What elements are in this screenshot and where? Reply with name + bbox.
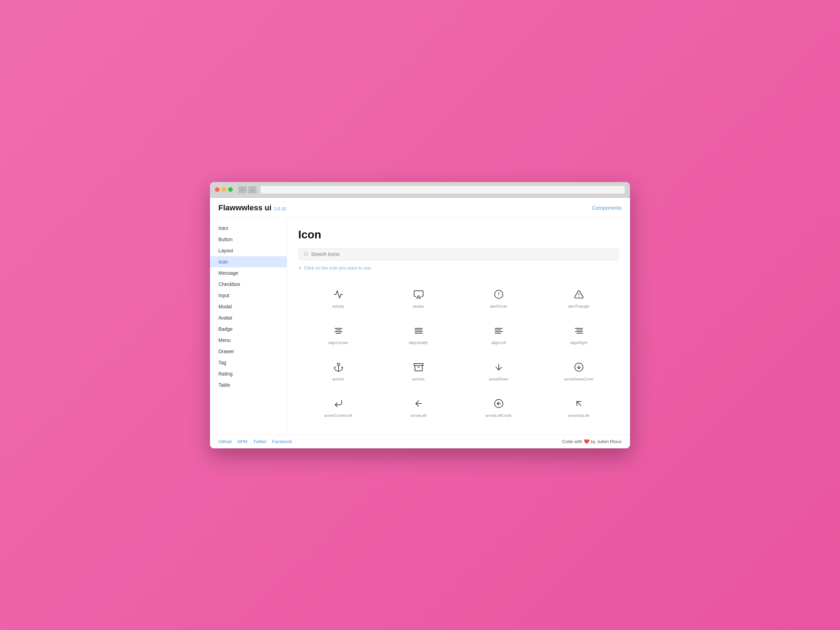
arrowDownCircle-icon — [573, 362, 584, 373]
app-header: Flawwwless ui 2.0.10 Components — [210, 198, 630, 218]
icon-cell-arrowLeftCircle[interactable]: arrowLeftCircle — [458, 388, 538, 425]
icon-cell-alignLeft[interactable]: alignLeft — [458, 315, 538, 352]
icon-label-arrowLeft: arrowLeft — [411, 413, 427, 418]
footer-link-twitter[interactable]: Twitter — [253, 439, 266, 444]
sidebar-item-icon[interactable]: Icon — [210, 256, 287, 267]
browser-window: ‹ › Flawwwless ui 2.0.10 Components Intr… — [210, 182, 630, 448]
icon-label-anchor: anchor — [333, 377, 344, 381]
icon-cell-alertCircle[interactable]: alertCircle — [458, 279, 538, 315]
arrowLeftCircle-icon — [493, 398, 504, 409]
arrowUpLeft-icon — [573, 398, 584, 409]
icon-label-alignLeft: alignLeft — [491, 341, 506, 345]
svg-point-24 — [337, 363, 339, 365]
sidebar-item-badge[interactable]: Badge — [210, 324, 287, 335]
components-link[interactable]: Components — [592, 205, 622, 211]
icon-label-arrowDown: arrowDown — [489, 377, 508, 381]
icon-cell-alignJustify[interactable]: alignJustify — [378, 315, 458, 352]
alignJustify-icon — [413, 325, 424, 336]
airplay-icon — [413, 289, 424, 300]
icon-label-alertCircle: alertCircle — [490, 304, 507, 308]
icon-label-alignCenter: alignCenter — [328, 341, 348, 345]
sidebar-item-rating[interactable]: Rating — [210, 368, 287, 379]
app-footer: GithubNPMTwitterFacebook Code with ❤️ by… — [210, 434, 630, 448]
icons-grid: activityairplayalertCirclealertTrianglea… — [298, 279, 619, 425]
icon-cell-arrowCornerLeft[interactable]: arrowCornerLeft — [298, 388, 378, 425]
nav-buttons: ‹ › — [238, 186, 257, 193]
icon-cell-alignRight[interactable]: alignRight — [538, 315, 619, 352]
search-input[interactable] — [311, 251, 614, 257]
icon-label-airplay: airplay — [413, 304, 424, 308]
footer-link-github[interactable]: Github — [218, 439, 232, 444]
sidebar-item-modal[interactable]: Modal — [210, 301, 287, 312]
footer-link-npm[interactable]: NPM — [237, 439, 248, 444]
sidebar-item-checkbox[interactable]: Checkbox — [210, 279, 287, 290]
hint-text: ↳ Click on the icon you want to use: — [298, 265, 619, 270]
icon-cell-activity[interactable]: activity — [298, 279, 378, 315]
icon-label-alertTriangle: alertTriangle — [568, 304, 589, 308]
minimize-button[interactable] — [221, 187, 226, 192]
app-logo-title: Flawwwless ui — [218, 203, 272, 212]
icon-cell-airplay[interactable]: airplay — [378, 279, 458, 315]
svg-rect-26 — [414, 363, 423, 365]
page-title: Icon — [298, 228, 619, 241]
footer-links: GithubNPMTwitterFacebook — [218, 439, 292, 444]
icon-cell-archive[interactable]: archive — [378, 352, 458, 388]
icon-label-alignJustify: alignJustify — [409, 341, 428, 345]
sidebar-item-button[interactable]: Button — [210, 234, 287, 245]
svg-line-1 — [307, 254, 308, 256]
icon-cell-arrowDown[interactable]: arrowDown — [458, 352, 538, 388]
sidebar-item-input[interactable]: Input — [210, 290, 287, 301]
alignRight-icon — [573, 325, 584, 336]
alertTriangle-icon — [573, 289, 584, 300]
sidebar-item-message[interactable]: Message — [210, 267, 287, 279]
icon-label-arrowDownCircle: arrowDownCircle — [564, 377, 594, 381]
arrowDown-icon — [493, 362, 504, 373]
sidebar-item-table[interactable]: Table — [210, 379, 287, 391]
icon-cell-arrowLeft[interactable]: arrowLeft — [378, 388, 458, 425]
back-button[interactable]: ‹ — [238, 186, 247, 193]
heart-icon: ❤️ — [584, 439, 589, 444]
icon-label-arrowUpLeft: arrowUpLeft — [568, 413, 589, 418]
sidebar-item-intro[interactable]: Intro — [210, 223, 287, 234]
icon-label-alignRight: alignRight — [570, 341, 587, 345]
icon-label-arrowCornerLeft: arrowCornerLeft — [324, 413, 352, 418]
app-body: IntroButtonLayoutIconMessageCheckboxInpu… — [210, 218, 630, 434]
sidebar: IntroButtonLayoutIconMessageCheckboxInpu… — [210, 218, 287, 434]
icon-label-activity: activity — [333, 304, 344, 308]
anchor-icon — [333, 362, 344, 373]
svg-marker-2 — [417, 295, 421, 298]
sidebar-item-avatar[interactable]: Avatar — [210, 312, 287, 324]
app-container: Flawwwless ui 2.0.10 Components IntroBut… — [210, 198, 630, 448]
svg-line-34 — [577, 401, 581, 406]
arrowLeft-icon — [413, 398, 424, 409]
traffic-lights — [215, 187, 233, 192]
footer-credit: Code with ❤️ by Julien Rioux — [562, 439, 622, 444]
main-content: Icon ↳ Click on the icon you want to use… — [287, 218, 630, 434]
alignCenter-icon — [333, 325, 344, 336]
search-icon — [303, 251, 308, 257]
close-button[interactable] — [215, 187, 219, 192]
activity-icon — [333, 289, 344, 300]
app-logo: Flawwwless ui 2.0.10 — [218, 203, 286, 212]
alignLeft-icon — [493, 325, 504, 336]
sidebar-item-layout[interactable]: Layout — [210, 245, 287, 256]
icon-cell-arrowDownCircle[interactable]: arrowDownCircle — [538, 352, 619, 388]
sidebar-item-drawer[interactable]: Drawer — [210, 346, 287, 357]
search-bar — [298, 248, 619, 261]
archive-icon — [413, 362, 424, 373]
icon-cell-arrowUpLeft[interactable]: arrowUpLeft — [538, 388, 619, 425]
icon-label-archive: archive — [412, 377, 425, 381]
icon-label-arrowLeftCircle: arrowLeftCircle — [486, 413, 512, 418]
footer-link-facebook[interactable]: Facebook — [272, 439, 292, 444]
icon-cell-alertTriangle[interactable]: alertTriangle — [538, 279, 619, 315]
app-logo-version: 2.0.10 — [275, 207, 286, 212]
icon-cell-alignCenter[interactable]: alignCenter — [298, 315, 378, 352]
sidebar-item-tag[interactable]: Tag — [210, 357, 287, 368]
maximize-button[interactable] — [228, 187, 233, 192]
hint-arrow-icon: ↳ — [298, 265, 302, 270]
icon-cell-anchor[interactable]: anchor — [298, 352, 378, 388]
sidebar-item-menu[interactable]: Menu — [210, 335, 287, 346]
browser-titlebar: ‹ › — [210, 182, 630, 198]
forward-button[interactable]: › — [248, 186, 257, 193]
address-bar[interactable] — [260, 185, 625, 194]
